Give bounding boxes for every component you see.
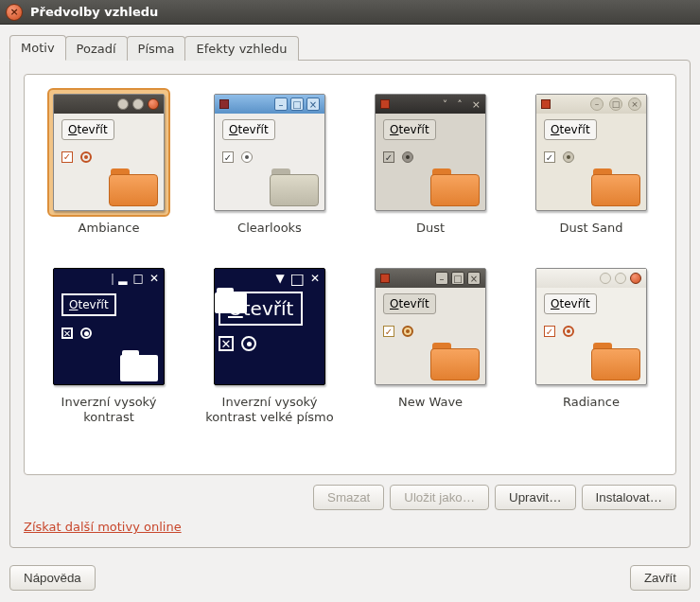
tab-pozadi[interactable]: Pozadí (65, 36, 128, 61)
folder-icon (120, 350, 158, 381)
radio-icon (563, 151, 574, 163)
close-icon: ✕ (149, 272, 159, 285)
theme-list[interactable]: Otevřít ✓ Ambiance –□× Otevřít (24, 74, 676, 475)
theme-label: Inverzní vysoký kontrast (42, 395, 176, 426)
max-icon: ˄ (457, 98, 463, 111)
close-icon: × (628, 97, 641, 111)
window-body: Motiv Pozadí Písma Efekty vzhledu Otevří… (0, 25, 700, 558)
tab-pisma[interactable]: Písma (127, 36, 186, 61)
theme-item-radiance[interactable]: Otevřít ✓ Radiance (524, 262, 658, 426)
close-icon: × (306, 97, 320, 111)
tab-motiv[interactable]: Motiv (9, 35, 66, 61)
radio-icon (80, 328, 92, 339)
radio-icon (563, 326, 574, 337)
folder-icon (430, 168, 480, 206)
min-icon (600, 273, 611, 284)
max-icon: □ (290, 97, 304, 111)
theme-label: Clearlooks (237, 221, 302, 251)
sample-open-button: Otevřít (544, 293, 597, 314)
min-icon: ˅ (443, 98, 448, 111)
sample-open-button: Otevřít (61, 293, 116, 316)
theme-label: New Wave (398, 395, 463, 425)
checkbox-icon: ✓ (222, 151, 234, 163)
theme-item-high-contrast-inverse-large[interactable]: ▼□✕ Otevřít ✕ Inverzní vysoký kontrast v… (202, 262, 337, 426)
radio-icon (241, 151, 253, 163)
radio-icon (241, 336, 256, 351)
tabs: Motiv Pozadí Písma Efekty vzhledu (9, 34, 691, 61)
checkbox-icon: ✕ (219, 336, 234, 351)
sample-open-button: Otevřít (383, 119, 436, 140)
checkbox-icon: ✓ (61, 151, 73, 163)
window-title: Předvolby vzhledu (30, 5, 158, 19)
theme-thumbnail: –□× Otevřít ✓ (375, 268, 486, 385)
max-icon: □ (133, 272, 144, 285)
radio-icon (402, 326, 413, 337)
folder-icon (270, 168, 319, 206)
close-icon: × (467, 272, 481, 285)
menu-icon (380, 274, 390, 283)
window-close-icon[interactable]: × (6, 4, 23, 21)
help-button[interactable]: Nápověda (9, 565, 96, 591)
theme-label: Radiance (563, 395, 620, 425)
min-icon (117, 98, 129, 110)
radio-icon (402, 151, 413, 163)
checkbox-icon: ✓ (383, 151, 394, 163)
delete-button: Smazat (313, 485, 384, 510)
max-icon: □ (290, 270, 305, 288)
theme-thumbnail: ▼□✕ Otevřít ✕ (214, 268, 325, 385)
tab-efekty[interactable]: Efekty vzhledu (184, 36, 298, 61)
theme-item-ambiance[interactable]: Otevřít ✓ Ambiance (42, 88, 176, 251)
more-themes-link[interactable]: Získat další motivy online (24, 520, 182, 534)
theme-item-high-contrast-inverse[interactable]: ｜▂□✕ Otevřít ✕ Inverzní vysoký kontrast (42, 262, 176, 426)
theme-item-dust-sand[interactable]: –□× Otevřít ✓ Dust Sand (524, 88, 658, 251)
customize-button[interactable]: Upravit… (495, 485, 576, 510)
theme-thumbnail: ｜▂□✕ Otevřít ✕ (53, 268, 165, 385)
menu-icon (219, 99, 229, 109)
dialog-footer: Nápověda Zavřít (0, 558, 700, 602)
theme-label: Dust (416, 221, 445, 251)
sample-open-button: Otevřít (544, 119, 597, 140)
folder-icon (591, 343, 640, 381)
max-icon (615, 273, 626, 284)
theme-actions: Smazat Uložit jako… Upravit… Instalovat… (24, 485, 676, 510)
min-icon: ｜▂ (107, 271, 127, 287)
tab-panel-motiv: Otevřít ✓ Ambiance –□× Otevřít (9, 60, 691, 548)
titlebar: × Předvolby vzhledu (0, 0, 700, 25)
folder-icon (430, 343, 480, 381)
close-button[interactable]: Zavřít (630, 565, 691, 591)
min-icon: ▼ (276, 272, 285, 285)
max-icon: □ (451, 272, 464, 285)
checkbox-icon: ✕ (61, 328, 73, 339)
theme-thumbnail: Otevřít ✓ (535, 268, 647, 385)
close-icon: × (472, 98, 481, 111)
checkbox-icon: ✓ (544, 326, 555, 337)
sample-open-button: Otevřít (61, 119, 114, 140)
sample-open-button: Otevřít (222, 119, 275, 140)
close-icon (630, 273, 641, 284)
install-button[interactable]: Instalovat… (582, 485, 676, 510)
theme-label: Ambiance (79, 221, 140, 251)
checkbox-icon: ✓ (383, 326, 394, 337)
radio-icon (80, 151, 92, 163)
folder-icon (109, 168, 158, 206)
max-icon: □ (609, 97, 622, 111)
min-icon: – (274, 97, 288, 111)
min-icon: – (435, 272, 448, 285)
folder-icon (289, 331, 321, 356)
folder-icon (591, 168, 640, 206)
theme-thumbnail: Otevřít ✓ (53, 94, 165, 211)
menu-icon (380, 99, 390, 109)
sample-open-button: Otevřít (383, 293, 436, 314)
menu-icon (541, 99, 551, 109)
theme-thumbnail: ˅˄× Otevřít ✓ (375, 94, 486, 211)
theme-label: Dust Sand (560, 221, 623, 251)
min-icon: – (590, 97, 604, 111)
theme-label: Inverzní vysoký kontrast velké písmo (202, 395, 337, 426)
max-icon (132, 98, 144, 110)
theme-item-dust[interactable]: ˅˄× Otevřít ✓ Dust (363, 88, 498, 251)
theme-item-clearlooks[interactable]: –□× Otevřít ✓ Clearlooks (202, 88, 337, 251)
theme-thumbnail: –□× Otevřít ✓ (535, 94, 647, 211)
save-as-button: Uložit jako… (390, 485, 489, 510)
appearance-preferences-window: × Předvolby vzhledu Motiv Pozadí Písma E… (0, 0, 700, 602)
theme-item-new-wave[interactable]: –□× Otevřít ✓ New Wave (363, 262, 498, 426)
